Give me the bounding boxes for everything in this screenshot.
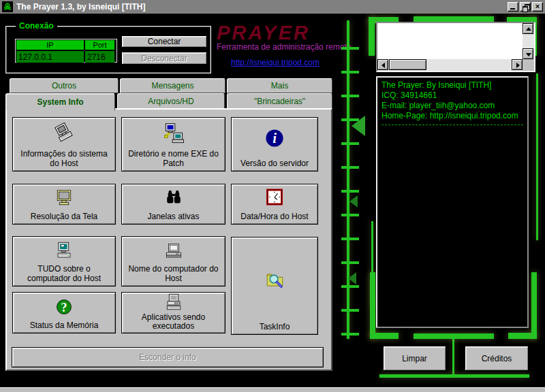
clock-icon bbox=[264, 188, 285, 208]
grid-button-label: Informações do sistema do Host bbox=[13, 150, 115, 171]
server-version-button[interactable]: i Versão do servidor bbox=[231, 117, 318, 172]
circuit-triangle bbox=[348, 272, 356, 284]
grid-button-label: Diretório e nome EXE do Patch bbox=[122, 150, 225, 171]
desktop-computer-icon bbox=[54, 241, 74, 261]
grid-button-label: Aplicativos sendo executados bbox=[122, 313, 225, 334]
circuit-stem bbox=[452, 336, 454, 375]
question-circle-icon: ? bbox=[54, 297, 74, 317]
tab-control: Outros Mensagens Mais System Info Arquiv… bbox=[5, 78, 332, 371]
circuit-triangle bbox=[352, 116, 365, 136]
circuit-bar bbox=[379, 374, 529, 378]
clear-button[interactable]: Limpar bbox=[383, 346, 446, 371]
homepage-link[interactable]: http://isneiqui.tripod.com bbox=[217, 58, 334, 67]
scroll-left-button[interactable] bbox=[377, 59, 388, 70]
monitor-icon bbox=[54, 188, 74, 208]
output-listbox[interactable] bbox=[376, 22, 535, 72]
scroll-up-button[interactable] bbox=[523, 23, 533, 34]
scroll-down-button[interactable] bbox=[523, 48, 533, 59]
minimize-button[interactable] bbox=[508, 2, 518, 12]
connection-group-label: Conexão bbox=[16, 21, 57, 31]
host-system-info-button[interactable]: Informações do sistema do Host bbox=[12, 117, 116, 172]
grid-button-label: Nome do computador do Host bbox=[122, 265, 225, 286]
ip-port-table: IP Port 127.0.0.1 2716 bbox=[15, 39, 117, 63]
circuit-bracket bbox=[369, 17, 375, 56]
svg-text:i: i bbox=[272, 131, 277, 146]
grid-button-label: Versão do servidor bbox=[238, 159, 311, 171]
circuit-triangle bbox=[349, 195, 358, 208]
horizontal-scrollbar[interactable] bbox=[377, 59, 523, 71]
app-window: The Prayer 1.3, by Isneiqui [TITH] × Con… bbox=[0, 0, 545, 392]
info-line: Home-Page: http://isneiqui.tripod.com bbox=[382, 111, 523, 121]
info-circle-icon: i bbox=[262, 126, 287, 150]
tab-mensagens[interactable]: Mensagens bbox=[120, 78, 225, 93]
info-terminal: The Prayer: By Isneiqui [TITH] ICQ: 3491… bbox=[376, 76, 529, 328]
system-info-panel: Informações do sistema do Host Diretório… bbox=[5, 108, 332, 371]
circuit-ladder bbox=[341, 26, 359, 338]
tab-system-info[interactable]: System Info bbox=[5, 93, 115, 110]
grid-button-label: TaskInfo bbox=[257, 323, 293, 334]
ip-header: IP bbox=[16, 40, 84, 50]
host-datetime-button[interactable]: Data/Hora do Host bbox=[231, 184, 318, 225]
app-subtitle: Ferramenta de administração remota bbox=[217, 42, 351, 52]
connection-groupbox: Conexão IP Port 127.0.0.1 2716 Conectar … bbox=[5, 26, 211, 74]
running-apps-button[interactable]: Aplicativos sendo executados bbox=[121, 292, 225, 333]
circuit-line bbox=[536, 74, 538, 240]
svg-text:?: ? bbox=[61, 301, 67, 314]
taskinfo-button[interactable]: TaskInfo bbox=[231, 237, 318, 335]
title-bar: The Prayer 1.3, by Isneiqui [TITH] × bbox=[0, 0, 545, 14]
tab-outros[interactable]: Outros bbox=[10, 78, 119, 93]
window-bottom-edge bbox=[0, 387, 545, 392]
tab-arquivos-hd[interactable]: Arquivos/HD bbox=[117, 93, 225, 109]
grid-button-label: Janelas ativas bbox=[144, 212, 202, 224]
info-line: ICQ: 34914661 bbox=[382, 91, 523, 101]
binoculars-icon bbox=[164, 188, 184, 208]
credits-button[interactable]: Créditos bbox=[465, 346, 529, 371]
computer-tilted-icon bbox=[52, 122, 76, 146]
screen-resolution-button[interactable]: Resolução da Tela bbox=[12, 184, 116, 225]
folder-search-icon bbox=[262, 267, 287, 292]
port-header: Port bbox=[85, 40, 114, 50]
skull-icon bbox=[2, 1, 13, 12]
host-computer-name-button[interactable]: Nome do computador do Host bbox=[121, 236, 225, 287]
grid-button-label: Resolução da Tela bbox=[28, 212, 101, 224]
port-input[interactable]: 2716 bbox=[85, 51, 114, 63]
laptop-icon bbox=[164, 241, 184, 261]
close-button[interactable]: × bbox=[532, 2, 543, 12]
disconnect-button[interactable]: Desconectar bbox=[121, 52, 207, 65]
memory-status-button[interactable]: ? Status da Memória bbox=[12, 292, 116, 333]
circuit-bracket bbox=[370, 333, 399, 339]
scrollbar-corner bbox=[523, 59, 534, 71]
window-title: The Prayer 1.3, by Isneiqui [TITH] bbox=[16, 2, 506, 12]
circuit-bracket bbox=[531, 272, 537, 339]
scroll-right-button[interactable] bbox=[512, 59, 523, 70]
active-windows-button[interactable]: Janelas ativas bbox=[121, 184, 225, 225]
connect-button[interactable]: Conectar bbox=[121, 35, 207, 48]
grid-button-label: Status da Memória bbox=[27, 321, 102, 333]
patch-directory-button[interactable]: Diretório e nome EXE do Patch bbox=[121, 117, 225, 172]
network-computers-icon bbox=[161, 122, 186, 146]
ip-input[interactable]: 127.0.0.1 bbox=[16, 51, 84, 63]
info-line: E-mail: player_tiih@yahoo.com bbox=[382, 101, 523, 111]
horizontal-scroll-thumb[interactable] bbox=[389, 59, 426, 70]
grid-button-label: TUDO sobre o computador do Host bbox=[13, 265, 115, 286]
circuit-bracket bbox=[370, 272, 375, 339]
grid-button-label: Data/Hora do Host bbox=[238, 212, 311, 224]
tab-mais[interactable]: Mais bbox=[227, 78, 332, 93]
dashed-separator bbox=[382, 125, 523, 125]
circuit-bar bbox=[414, 16, 494, 22]
everything-about-host-button[interactable]: TUDO sobre o computador do Host bbox=[12, 236, 116, 287]
app-logo-text: PRAYER bbox=[217, 22, 310, 44]
running-apps-icon bbox=[164, 293, 184, 313]
tab-brincadeiras[interactable]: "Brincadeiras" bbox=[227, 93, 332, 109]
restore-button[interactable] bbox=[520, 2, 531, 12]
info-line: The Prayer: By Isneiqui [TITH] bbox=[382, 80, 523, 91]
hide-info-button[interactable]: Esconder o info bbox=[12, 347, 324, 368]
vertical-scrollbar[interactable] bbox=[523, 23, 534, 59]
